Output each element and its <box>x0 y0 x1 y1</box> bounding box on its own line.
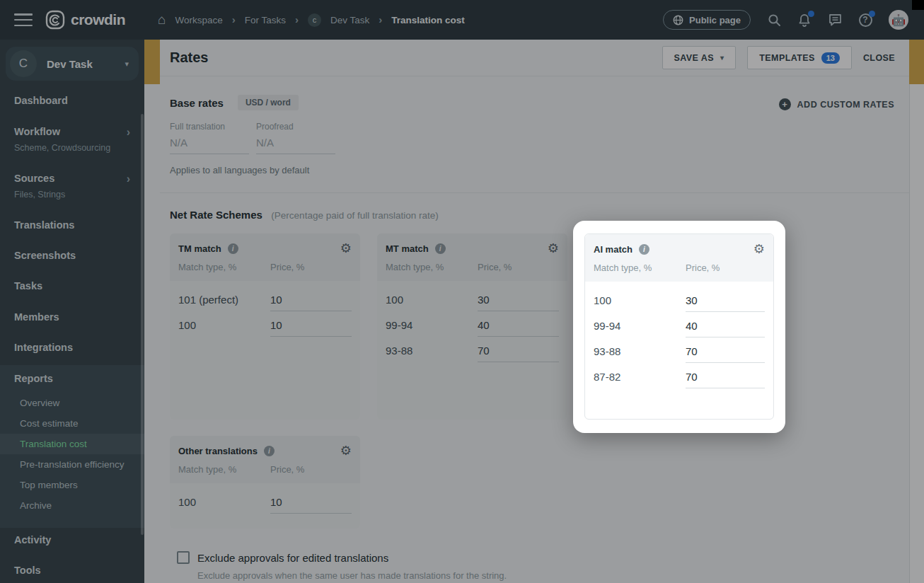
proofread-field: Proofread N/A <box>256 122 335 154</box>
price-input[interactable]: 40 <box>686 320 765 337</box>
notification-dot <box>808 11 814 17</box>
public-page-button[interactable]: Public page <box>663 10 751 30</box>
proofread-label: Proofread <box>256 122 335 132</box>
price-input[interactable]: 10 <box>270 319 352 337</box>
chevron-right-icon: › <box>379 13 382 25</box>
price-input[interactable]: 70 <box>686 371 765 388</box>
templates-button[interactable]: TEMPLATES 13 <box>747 46 852 69</box>
project-name: Dev Task <box>47 58 93 70</box>
sidebar-item-sources[interactable]: Sources <box>14 173 54 184</box>
price-column-header: Price, % <box>270 262 304 272</box>
sidebar-item-workflow[interactable]: Workflow <box>14 126 60 137</box>
notifications-bell-icon[interactable] <box>797 13 812 27</box>
full-translation-field: Full translation N/A <box>170 122 249 154</box>
ai-match-card: AI match i ⚙ Match type, % Price, % 100 … <box>584 233 774 420</box>
price-input[interactable]: 10 <box>270 294 352 311</box>
proofread-input[interactable]: N/A <box>256 137 335 154</box>
user-avatar[interactable]: 🤖 <box>889 10 908 30</box>
sidebar-item-overview[interactable]: Overview <box>20 398 59 408</box>
breadcrumb-translation-cost: Translation cost <box>391 15 465 25</box>
sidebar-scrollbar[interactable] <box>141 114 144 535</box>
match-type-column-header: Match type, % <box>178 262 270 272</box>
close-button[interactable]: CLOSE <box>863 53 895 63</box>
header-actions: SAVE AS ▾ TEMPLATES 13 CLOSE <box>662 46 895 69</box>
breadcrumb-dev-task[interactable]: Dev Task <box>330 15 369 25</box>
home-icon[interactable]: ⌂ <box>158 12 166 28</box>
rate-row: 87-82 70 <box>594 371 765 388</box>
search-icon[interactable] <box>767 13 781 27</box>
info-icon[interactable]: i <box>435 243 446 254</box>
gear-icon[interactable]: ⚙ <box>753 243 765 255</box>
sidebar-item-top-members[interactable]: Top members <box>20 480 78 490</box>
help-notification-dot <box>869 11 875 17</box>
sidebar: C Dev Task ▾ Dashboard Workflow › Scheme… <box>0 40 144 583</box>
breadcrumb-for-tasks[interactable]: For Tasks <box>245 15 286 25</box>
gear-icon[interactable]: ⚙ <box>340 242 352 255</box>
rate-row: 99-94 40 <box>386 319 559 337</box>
add-custom-rates-button[interactable]: + ADD CUSTOM RATES <box>779 98 894 110</box>
project-avatar-letter: C <box>10 50 37 77</box>
info-icon[interactable]: i <box>639 244 649 255</box>
exclude-approvals-checkbox[interactable] <box>177 551 190 564</box>
match-type-value: 93-88 <box>594 345 686 363</box>
sidebar-item-tasks[interactable]: Tasks <box>14 280 42 292</box>
project-selector[interactable]: C Dev Task ▾ <box>6 47 139 81</box>
caret-down-icon: ▾ <box>720 54 724 62</box>
plus-icon: + <box>779 98 791 110</box>
chevron-right-icon: › <box>232 13 236 25</box>
match-type-column-header: Match type, % <box>386 262 478 272</box>
save-as-button[interactable]: SAVE AS ▾ <box>662 46 737 69</box>
sidebar-item-translations[interactable]: Translations <box>14 219 74 231</box>
globe-icon <box>673 15 683 25</box>
chevron-right-icon[interactable]: › <box>127 126 130 139</box>
sidebar-item-dashboard[interactable]: Dashboard <box>14 95 68 106</box>
crowdin-logo-text: crowdin <box>71 11 125 28</box>
background-banner-left <box>144 40 160 84</box>
price-input[interactable]: 70 <box>478 345 559 362</box>
sidebar-item-integrations[interactable]: Integrations <box>14 342 73 353</box>
match-type-value: 100 <box>386 294 478 311</box>
help-icon[interactable]: ? <box>858 13 872 27</box>
breadcrumb-workspace[interactable]: Workspace <box>175 15 223 25</box>
currency-unit-badge: USD / word <box>238 95 299 110</box>
rate-row: 93-88 70 <box>594 345 765 363</box>
top-bar: crowdin ⌂ Workspace › For Tasks › c Dev … <box>0 0 924 40</box>
price-input[interactable]: 70 <box>686 345 765 363</box>
info-icon[interactable]: i <box>228 243 238 254</box>
sidebar-item-activity[interactable]: Activity <box>14 534 51 546</box>
hamburger-menu-icon[interactable] <box>14 13 33 26</box>
match-type-value: 100 <box>594 294 686 312</box>
full-translation-input[interactable]: N/A <box>170 137 249 154</box>
crowdin-logo[interactable]: crowdin <box>45 10 125 30</box>
match-type-value: 100 <box>178 496 270 514</box>
price-input[interactable]: 30 <box>478 294 559 311</box>
app-root: crowdin ⌂ Workspace › For Tasks › c Dev … <box>0 0 924 583</box>
other-translations-title: Other translations <box>178 446 258 456</box>
content-scrollbar[interactable] <box>909 84 924 583</box>
page-title: Rates <box>170 50 208 66</box>
info-icon[interactable]: i <box>264 446 275 456</box>
gear-icon[interactable]: ⚙ <box>340 444 352 457</box>
ai-match-spotlight: AI match i ⚙ Match type, % Price, % 100 … <box>573 221 785 433</box>
sidebar-item-pre-translation-efficiency[interactable]: Pre-translation efficiency <box>20 459 125 470</box>
sidebar-item-translation-cost[interactable]: Translation cost <box>20 439 87 449</box>
sidebar-item-cost-estimate[interactable]: Cost estimate <box>20 418 79 429</box>
sidebar-item-screenshots[interactable]: Screenshots <box>14 250 76 261</box>
price-input[interactable]: 40 <box>478 319 559 337</box>
chevron-right-icon[interactable]: › <box>127 173 130 185</box>
match-type-value: 99-94 <box>386 319 478 337</box>
price-input[interactable]: 30 <box>686 294 765 312</box>
price-input[interactable]: 10 <box>270 496 352 514</box>
other-translations-card: Other translations i ⚙ Match type, % Pri… <box>170 436 360 529</box>
messages-icon[interactable] <box>828 13 842 27</box>
gear-icon[interactable]: ⚙ <box>548 242 559 255</box>
sidebar-item-reports[interactable]: Reports <box>14 373 53 384</box>
match-type-value: 100 <box>178 319 270 337</box>
topbar-actions: Public page <box>663 10 908 30</box>
sidebar-item-tools[interactable]: Tools <box>14 565 41 576</box>
match-type-column-header: Match type, % <box>178 464 270 475</box>
sidebar-item-archive[interactable]: Archive <box>20 500 52 511</box>
exclude-approvals-label[interactable]: Exclude approvals for edited translation… <box>197 552 388 564</box>
project-avatar: c <box>308 13 321 27</box>
sidebar-item-members[interactable]: Members <box>14 311 59 323</box>
